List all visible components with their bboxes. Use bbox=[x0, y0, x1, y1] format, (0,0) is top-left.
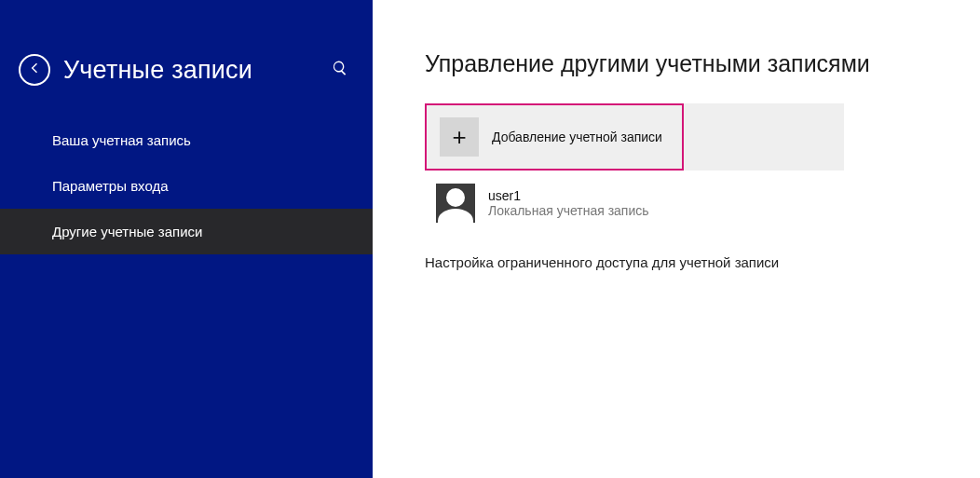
sidebar-item-other-accounts[interactable]: Другие учетные записи bbox=[0, 209, 373, 254]
add-account-label: Добавление учетной записи bbox=[492, 130, 662, 144]
user-account-row[interactable]: user1 Локальная учетная запись bbox=[425, 180, 943, 236]
add-account-row[interactable]: + Добавление учетной записи bbox=[425, 103, 844, 171]
sidebar: Учетные записи Ваша учетная запись Парам… bbox=[0, 0, 373, 478]
sidebar-item-your-account[interactable]: Ваша учетная запись bbox=[0, 117, 373, 163]
user-info: user1 Локальная учетная запись bbox=[488, 188, 649, 218]
add-account-highlight: + Добавление учетной записи bbox=[425, 103, 684, 171]
avatar-icon bbox=[436, 184, 475, 223]
user-name: user1 bbox=[488, 188, 649, 203]
page-title: Управление другими учетными записями bbox=[425, 50, 943, 77]
arrow-left-icon bbox=[27, 61, 42, 79]
search-button[interactable] bbox=[326, 54, 354, 86]
main-panel: Управление другими учетными записями + Д… bbox=[373, 0, 980, 478]
sidebar-nav: Ваша учетная запись Параметры входа Друг… bbox=[0, 117, 373, 254]
add-account-button[interactable]: + Добавление учетной записи bbox=[429, 107, 680, 167]
sidebar-title: Учетные записи bbox=[63, 56, 252, 85]
search-icon bbox=[332, 63, 348, 79]
sidebar-item-signin-options[interactable]: Параметры входа bbox=[0, 163, 373, 209]
back-button[interactable] bbox=[19, 54, 50, 86]
user-type: Локальная учетная запись bbox=[488, 203, 649, 218]
plus-icon: + bbox=[440, 117, 479, 157]
restricted-access-link[interactable]: Настройка ограниченного доступа для учет… bbox=[425, 254, 943, 270]
sidebar-title-group: Учетные записи bbox=[19, 54, 252, 86]
sidebar-header: Учетные записи bbox=[0, 45, 373, 114]
